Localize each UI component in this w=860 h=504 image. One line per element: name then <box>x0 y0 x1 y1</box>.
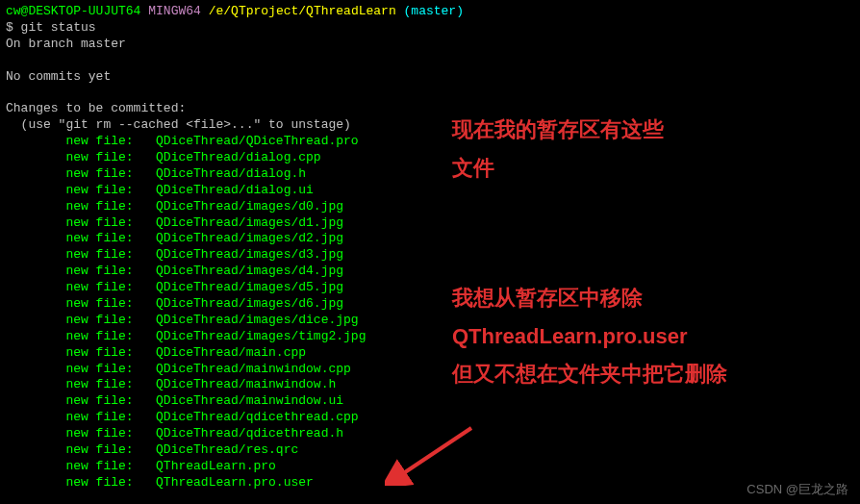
staged-file-row: new file: QDiceThread/dialog.cpp <box>6 150 854 166</box>
staged-file-row: new file: QDiceThread/dialog.h <box>6 166 854 183</box>
watermark: CSDN @巨龙之路 <box>746 482 848 498</box>
staged-file-row: new file: QDiceThread/res.qrc <box>6 442 854 459</box>
staged-file-row: new file: QDiceThread/images/d3.jpg <box>6 247 854 264</box>
staged-file-row: new file: QThreadLearn.pro <box>6 459 854 475</box>
no-commits-msg: No commits yet <box>6 69 854 86</box>
staged-file-row: new file: QDiceThread/qdicethread.h <box>6 426 854 442</box>
staged-file-row: new file: QDiceThread/images/d4.jpg <box>6 264 854 280</box>
staged-file-row: new file: QDiceThread/images/d1.jpg <box>6 215 854 232</box>
changes-header: Changes to be committed: <box>6 101 854 117</box>
staged-file-row: new file: QDiceThread/mainwindow.ui <box>6 393 854 410</box>
command-text: git status <box>21 20 96 35</box>
shell-prompt: cw@DESKTOP-UUJUT64 MINGW64 /e/QTproject/… <box>6 4 854 20</box>
annotation-2-line3: 但又不想在文件夹中把它删除 <box>452 355 727 393</box>
annotation-2-line2: QThreadLearn.pro.user <box>452 317 727 356</box>
annotation-2-line1: 我想从暂存区中移除 <box>452 279 727 317</box>
annotation-2: 我想从暂存区中移除 QThreadLearn.pro.user 但又不想在文件夹… <box>452 279 727 393</box>
staged-file-row: new file: QThreadLearn.pro.user <box>6 475 854 491</box>
staged-file-row: new file: QDiceThread/dialog.ui <box>6 183 854 199</box>
staged-file-row: new file: QDiceThread/QDiceThread.pro <box>6 134 854 150</box>
user-host: cw@DESKTOP-UUJUT64 <box>6 4 140 18</box>
unstage-hint: (use "git rm --cached <file>..." to unst… <box>6 117 854 134</box>
staged-file-row: new file: QDiceThread/images/d0.jpg <box>6 199 854 215</box>
annotation-1: 现在我的暂存区有这些 文件 <box>452 111 664 187</box>
branch-status: On branch master <box>6 37 854 53</box>
command-line[interactable]: $ git status <box>6 20 854 37</box>
cwd-path: /e/QTproject/QThreadLearn <box>209 4 396 18</box>
staged-file-row: new file: QDiceThread/images/d2.jpg <box>6 231 854 247</box>
annotation-1-line1: 现在我的暂存区有这些 <box>452 111 664 149</box>
annotation-1-line2: 文件 <box>452 149 664 188</box>
branch-indicator: (master) <box>404 4 464 18</box>
staged-file-row: new file: QDiceThread/qdicethread.cpp <box>6 410 854 426</box>
env-label: MINGW64 <box>148 4 201 18</box>
